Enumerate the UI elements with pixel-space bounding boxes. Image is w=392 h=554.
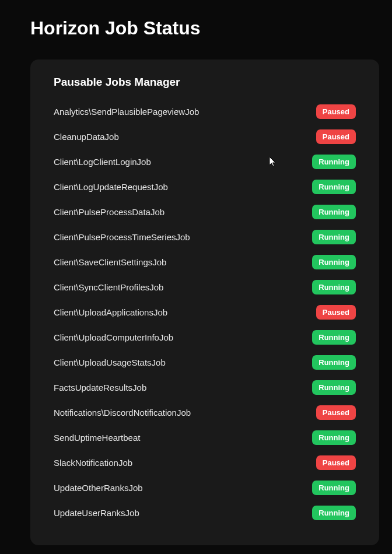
status-toggle-button[interactable]: Running [312,506,356,520]
job-name: UpdateUserRanksJob [54,508,139,518]
job-row: Client\SyncClientProfilesJobRunning [54,275,356,300]
job-name: Client\UploadApplicationsJob [54,307,167,317]
job-row: Client\PulseProcessTimeSeriesJobRunning [54,225,356,250]
status-toggle-button[interactable]: Running [312,180,356,194]
job-name: Client\PulseProcessDataJob [54,207,164,217]
job-name: FactsUpdateResultsJob [54,383,146,392]
status-toggle-button[interactable]: Paused [316,104,356,119]
job-row: FactsUpdateResultsJobRunning [54,375,356,400]
job-name: Client\SyncClientProfilesJob [54,282,163,292]
status-toggle-button[interactable]: Running [312,330,356,345]
status-toggle-button[interactable]: Running [312,205,356,219]
page-title: Horizon Job Status [0,0,392,39]
status-toggle-button[interactable]: Running [312,481,356,495]
job-row: UpdateUserRanksJobRunning [54,500,356,525]
job-name: Client\LogClientLoginJob [54,157,151,167]
job-row: Client\PulseProcessDataJobRunning [54,199,356,225]
job-row: Client\LogUpdateRequestJobRunning [54,174,356,199]
job-name: Client\LogUpdateRequestJob [54,182,168,192]
status-toggle-button[interactable]: Paused [316,405,356,420]
status-toggle-button[interactable]: Running [312,280,356,294]
job-row: Client\UploadUsageStatsJobRunning [54,350,356,375]
status-toggle-button[interactable]: Paused [316,455,356,470]
job-row: Client\LogClientLoginJobRunning [54,149,356,174]
status-toggle-button[interactable]: Running [312,380,356,395]
job-name: SendUptimeHeartbeat [54,433,140,443]
job-row: CleanupDataJobPaused [54,124,356,149]
job-row: SendUptimeHeartbeatRunning [54,425,356,450]
panel-title: Pausable Jobs Manager [54,76,356,89]
job-name: CleanupDataJob [54,132,119,142]
job-name: Client\UploadComputerInfoJob [54,332,173,342]
job-row: UpdateOtherRanksJobRunning [54,475,356,500]
jobs-list: Analytics\SendPlausiblePageviewJobPaused… [54,99,356,525]
job-name: Notifications\DiscordNotificationJob [54,408,191,418]
job-name: UpdateOtherRanksJob [54,483,143,493]
status-toggle-button[interactable]: Paused [316,305,356,320]
job-row: Analytics\SendPlausiblePageviewJobPaused [54,99,356,124]
status-toggle-button[interactable]: Running [312,155,356,169]
status-toggle-button[interactable]: Running [312,430,356,445]
job-row: Notifications\DiscordNotificationJobPaus… [54,400,356,425]
job-row: SlackNotificationJobPaused [54,450,356,475]
job-row: Client\UploadApplicationsJobPaused [54,300,356,325]
job-name: Analytics\SendPlausiblePageviewJob [54,107,199,117]
status-toggle-button[interactable]: Running [312,355,356,370]
job-row: Client\SaveClientSettingsJobRunning [54,250,356,275]
job-row: Client\UploadComputerInfoJobRunning [54,325,356,350]
job-name: SlackNotificationJob [54,458,132,468]
jobs-panel: Pausable Jobs Manager Analytics\SendPlau… [30,59,379,545]
job-name: Client\PulseProcessTimeSeriesJob [54,232,190,242]
status-toggle-button[interactable]: Running [312,230,356,244]
status-toggle-button[interactable]: Running [312,255,356,269]
job-name: Client\SaveClientSettingsJob [54,257,166,267]
job-name: Client\UploadUsageStatsJob [54,357,166,367]
status-toggle-button[interactable]: Paused [316,129,356,144]
